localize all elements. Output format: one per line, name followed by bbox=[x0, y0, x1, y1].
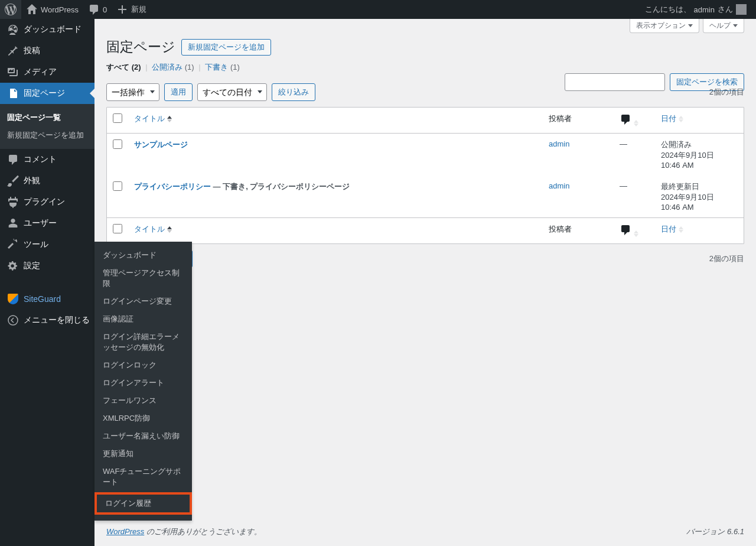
screen-options-button[interactable]: 表示オプション bbox=[630, 19, 699, 33]
tablenav-bottom: 一括操作 適用 2個の項目 bbox=[106, 244, 744, 274]
admin-menu: ダッシュボード 投稿 メディア 固定ページ 固定ページ一覧 新規固定ページを追加… bbox=[0, 19, 94, 546]
flyout-dashboard[interactable]: ダッシュボード bbox=[94, 246, 192, 264]
flyout-username[interactable]: ユーザー名漏えい防御 bbox=[94, 427, 192, 445]
site-name[interactable]: WordPress bbox=[21, 0, 83, 19]
menu-settings[interactable]: 設定 bbox=[0, 255, 94, 277]
flyout-lock[interactable]: ログインロック bbox=[94, 356, 192, 374]
table-row: プライバシーポリシー — 下書き, プライバシーポリシーページ admin — … bbox=[107, 176, 744, 217]
avatar-icon bbox=[736, 4, 747, 15]
row-title-link[interactable]: プライバシーポリシー bbox=[134, 182, 211, 191]
menu-posts[interactable]: 投稿 bbox=[0, 40, 94, 61]
filter-draft[interactable]: 下書き bbox=[205, 63, 228, 72]
dashboard-icon bbox=[7, 24, 19, 35]
filter-button[interactable]: 絞り込み bbox=[272, 83, 315, 101]
row-title-link[interactable]: サンプルページ bbox=[134, 140, 188, 149]
col-author-footer: 投稿者 bbox=[543, 217, 614, 243]
date-filter-select[interactable]: すべての日付 bbox=[197, 83, 267, 101]
items-count-bottom: 2個の項目 bbox=[709, 254, 744, 264]
bulk-action-select[interactable]: 一括操作 bbox=[106, 83, 159, 101]
select-all-bottom[interactable] bbox=[113, 224, 122, 233]
row-checkbox[interactable] bbox=[113, 181, 122, 191]
select-all-top[interactable] bbox=[113, 113, 122, 123]
flyout-login-page[interactable]: ログインページ変更 bbox=[94, 292, 192, 310]
filter-published[interactable]: 公開済み bbox=[152, 63, 183, 72]
main-content: 表示オプション ヘルプ 固定ページ 新規固定ページを追加 すべて (2) | 公… bbox=[94, 19, 756, 546]
comments-icon bbox=[620, 224, 631, 233]
menu-appearance-label: 外観 bbox=[24, 176, 40, 186]
brush-icon bbox=[7, 175, 19, 187]
menu-media[interactable]: メディア bbox=[0, 61, 94, 83]
items-count-top: 2個の項目 bbox=[709, 87, 744, 98]
screen-meta-links: 表示オプション ヘルプ bbox=[630, 19, 744, 33]
help-button[interactable]: ヘルプ bbox=[703, 19, 744, 33]
flyout-error-msg[interactable]: ログイン詳細エラーメッセージの無効化 bbox=[94, 328, 192, 356]
wordpress-logo-icon bbox=[5, 4, 17, 15]
menu-media-label: メディア bbox=[24, 67, 57, 77]
greeting-text: こんにちは、 bbox=[645, 4, 691, 15]
home-icon bbox=[26, 4, 38, 15]
footer-thanks: のご利用ありがとうございます。 bbox=[144, 527, 262, 536]
menu-tools[interactable]: ツール bbox=[0, 234, 94, 255]
menu-users-label: ユーザー bbox=[24, 218, 57, 229]
flyout-waf[interactable]: WAFチューニングサポート bbox=[94, 463, 192, 491]
svg-point-0 bbox=[8, 316, 18, 325]
shield-icon bbox=[7, 293, 19, 305]
sort-date-bottom[interactable]: 日付 bbox=[661, 225, 683, 233]
submenu-pages-index[interactable]: 固定ページ一覧 bbox=[0, 109, 94, 126]
col-author-header: 投稿者 bbox=[543, 108, 614, 134]
filter-all[interactable]: すべて (2) bbox=[106, 63, 141, 72]
my-account[interactable]: こんにちは、 admin さん bbox=[640, 0, 751, 19]
flyout-alert[interactable]: ログインアラート bbox=[94, 374, 192, 392]
menu-collapse[interactable]: メニューを閉じる bbox=[0, 310, 94, 331]
pages-table: タイトル 投稿者 日付 サンプルページ admin — 公開済み2024年9月1… bbox=[106, 107, 744, 244]
sort-title-bottom[interactable]: タイトル bbox=[134, 225, 172, 233]
pin-icon bbox=[7, 45, 19, 57]
flyout-xmlrpc[interactable]: XMLRPC防御 bbox=[94, 410, 192, 427]
menu-siteguard[interactable]: SiteGuard bbox=[0, 288, 94, 310]
flyout-highlight: ログイン履歴 bbox=[94, 492, 192, 515]
new-content[interactable]: 新規 bbox=[112, 0, 151, 19]
help-label: ヘルプ bbox=[709, 21, 731, 31]
settings-icon bbox=[7, 260, 19, 272]
username-text: admin bbox=[694, 5, 715, 14]
menu-collapse-label: メニューを閉じる bbox=[24, 315, 90, 326]
tools-icon bbox=[7, 239, 19, 251]
wp-footer-link[interactable]: WordPress bbox=[106, 527, 144, 536]
table-row: サンプルページ admin — 公開済み2024年9月10日10:46 AM bbox=[107, 134, 744, 176]
add-new-page-button[interactable]: 新規固定ページを追加 bbox=[181, 39, 271, 56]
menu-siteguard-label: SiteGuard bbox=[24, 294, 61, 304]
row-author-link[interactable]: admin bbox=[549, 181, 569, 190]
flyout-failonce[interactable]: フェールワンス bbox=[94, 392, 192, 410]
menu-appearance[interactable]: 外観 bbox=[0, 170, 94, 191]
tablenav-top: 一括操作 適用 すべての日付 絞り込み 2個の項目 bbox=[106, 77, 744, 107]
menu-comments[interactable]: コメント bbox=[0, 149, 94, 170]
menu-pages-label: 固定ページ bbox=[24, 88, 65, 99]
flyout-history[interactable]: ログイン履歴 bbox=[97, 495, 190, 512]
siteguard-flyout: ダッシュボード 管理ページアクセス制限 ログインページ変更 画像認証 ログイン詳… bbox=[94, 242, 192, 521]
wp-logo[interactable] bbox=[0, 0, 21, 19]
apply-button-top[interactable]: 適用 bbox=[164, 83, 193, 101]
menu-dashboard[interactable]: ダッシュボード bbox=[0, 19, 94, 40]
page-title: 固定ページ bbox=[106, 38, 175, 56]
plus-icon bbox=[116, 4, 128, 15]
row-author-link[interactable]: admin bbox=[549, 139, 569, 148]
sort-title-top[interactable]: タイトル bbox=[134, 114, 172, 123]
admin-footer: WordPress のご利用ありがとうございます。 バージョン 6.6.1 bbox=[94, 518, 756, 546]
row-checkbox[interactable] bbox=[113, 139, 122, 149]
flyout-admin-restrict[interactable]: 管理ページアクセス制限 bbox=[94, 264, 192, 292]
menu-pages[interactable]: 固定ページ bbox=[0, 83, 94, 104]
comments-link[interactable]: 0 bbox=[83, 0, 112, 19]
menu-plugins-label: プラグイン bbox=[24, 197, 65, 207]
menu-users[interactable]: ユーザー bbox=[0, 213, 94, 234]
flyout-captcha[interactable]: 画像認証 bbox=[94, 310, 192, 328]
menu-posts-label: 投稿 bbox=[24, 46, 40, 56]
flyout-update-notify[interactable]: 更新通知 bbox=[94, 445, 192, 463]
submenu-pages: 固定ページ一覧 新規固定ページを追加 bbox=[0, 104, 94, 149]
menu-settings-label: 設定 bbox=[24, 261, 40, 271]
comment-icon bbox=[88, 4, 100, 15]
menu-dashboard-label: ダッシュボード bbox=[24, 24, 82, 35]
sort-date-top[interactable]: 日付 bbox=[661, 114, 683, 123]
menu-plugins[interactable]: プラグイン bbox=[0, 191, 94, 213]
collapse-icon bbox=[7, 314, 19, 326]
submenu-pages-new[interactable]: 新規固定ページを追加 bbox=[0, 126, 94, 144]
